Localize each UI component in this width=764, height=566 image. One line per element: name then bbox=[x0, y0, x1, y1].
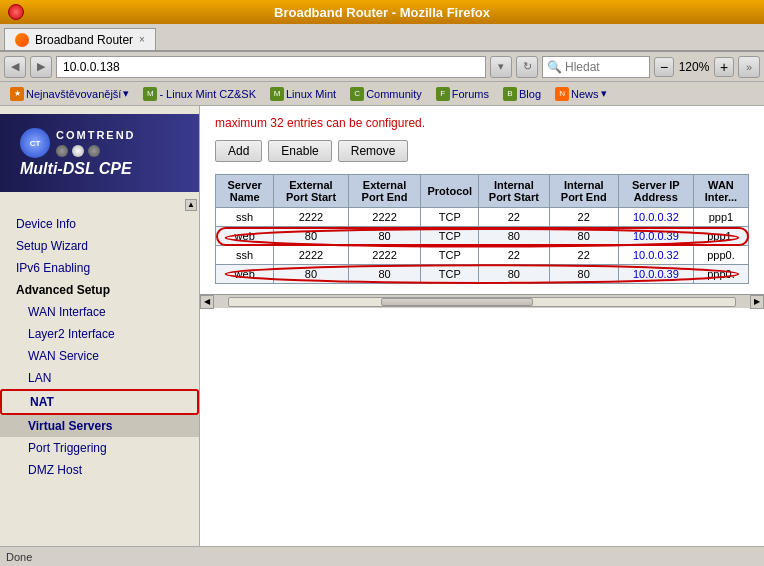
router-banner: CT COMTREND Multi-DSL C bbox=[0, 114, 199, 192]
sidebar-item-port-triggering[interactable]: Port Triggering bbox=[0, 437, 199, 459]
bookmark-forums[interactable]: F Forums bbox=[430, 85, 495, 103]
address-input[interactable] bbox=[56, 56, 486, 78]
back-button[interactable]: ◀ bbox=[4, 56, 26, 78]
comtrend-logo: CT bbox=[20, 128, 50, 158]
circle-1 bbox=[56, 145, 68, 157]
sidebar-item-ipv6[interactable]: IPv6 Enabling bbox=[0, 257, 199, 279]
addressbar: ◀ ▶ ▾ ↻ 🔍 − 120% + » bbox=[0, 52, 764, 82]
cell-protocol: TCP bbox=[421, 246, 479, 265]
sidebar-item-wan-service[interactable]: WAN Service bbox=[0, 345, 199, 367]
cell-int-end: 80 bbox=[549, 265, 618, 284]
cell-protocol: TCP bbox=[421, 208, 479, 227]
search-box: 🔍 bbox=[542, 56, 650, 78]
cell-ext-start: 2222 bbox=[274, 246, 348, 265]
product-name: Multi-DSL CPE bbox=[20, 160, 136, 178]
sidebar-item-advanced-setup: Advanced Setup bbox=[0, 279, 199, 301]
col-header-ext-start: External Port Start bbox=[274, 175, 348, 208]
cell-name: web bbox=[216, 265, 274, 284]
sidebar-item-setup-wizard[interactable]: Setup Wizard bbox=[0, 235, 199, 257]
content-inner: maximum 32 entries can be configured. Ad… bbox=[200, 106, 764, 294]
sidebar-wrapper: CT COMTREND Multi-DSL C bbox=[0, 106, 200, 546]
bookmark-news[interactable]: N News▾ bbox=[549, 85, 613, 103]
zoom-level: 120% bbox=[678, 60, 710, 74]
col-header-wan: WAN Inter... bbox=[693, 175, 748, 208]
circle-3 bbox=[88, 145, 100, 157]
table-row: ssh 2222 2222 TCP 22 22 10.0.0.32 ppp1 bbox=[216, 208, 749, 227]
sidebar: CT COMTREND Multi-DSL C bbox=[0, 106, 200, 546]
banner-circles bbox=[56, 145, 136, 157]
action-buttons: Add Enable Remove bbox=[215, 140, 749, 162]
browser-tab[interactable]: Broadband Router × bbox=[4, 28, 156, 50]
bookmark-linux-mint[interactable]: M Linux Mint bbox=[264, 85, 342, 103]
status-text: Done bbox=[6, 551, 32, 563]
add-button[interactable]: Add bbox=[215, 140, 262, 162]
cell-int-end: 22 bbox=[549, 246, 618, 265]
virtual-servers-table: Server Name External Port Start External… bbox=[215, 174, 749, 284]
statusbar: Done bbox=[0, 546, 764, 566]
cell-wan: ppp0. bbox=[693, 246, 748, 265]
cell-name: web bbox=[216, 227, 274, 246]
sidebar-item-device-info[interactable]: Device Info bbox=[0, 213, 199, 235]
forward-button[interactable]: ▶ bbox=[30, 56, 52, 78]
sidebar-item-layer2[interactable]: Layer2 Interface bbox=[0, 323, 199, 345]
cell-ext-end: 2222 bbox=[348, 246, 421, 265]
sidebar-item-nat[interactable]: NAT bbox=[0, 389, 199, 415]
bookmark-icon-1: M bbox=[143, 87, 157, 101]
page-body: CT COMTREND Multi-DSL C bbox=[0, 106, 764, 546]
dropdown-button[interactable]: ▾ bbox=[490, 56, 512, 78]
more-button[interactable]: » bbox=[738, 56, 760, 78]
zoom-increase-button[interactable]: + bbox=[714, 57, 734, 77]
table-row: web 80 80 TCP 80 80 10.0.0.39 ppp0. bbox=[216, 265, 749, 284]
enable-button[interactable]: Enable bbox=[268, 140, 331, 162]
cell-wan: ppp1 bbox=[693, 208, 748, 227]
hscroll-thumb[interactable] bbox=[381, 298, 533, 306]
sidebar-item-virtual-servers[interactable]: Virtual Servers bbox=[0, 415, 199, 437]
cell-ext-start: 2222 bbox=[274, 208, 348, 227]
col-header-int-end: Internal Port End bbox=[549, 175, 618, 208]
bookmark-icon-6: N bbox=[555, 87, 569, 101]
cell-ip[interactable]: 10.0.0.32 bbox=[618, 246, 693, 265]
cell-ip[interactable]: 10.0.0.32 bbox=[618, 208, 693, 227]
refresh-button[interactable]: ↻ bbox=[516, 56, 538, 78]
cell-protocol: TCP bbox=[421, 265, 479, 284]
cell-ext-end: 80 bbox=[348, 227, 421, 246]
col-header-server-ip: Server IP Address bbox=[618, 175, 693, 208]
cell-int-end: 22 bbox=[549, 208, 618, 227]
cell-ip[interactable]: 10.0.0.39 bbox=[618, 265, 693, 284]
sidebar-scroll-indicator[interactable]: ▲ bbox=[0, 196, 199, 211]
cell-name: ssh bbox=[216, 246, 274, 265]
cell-ip[interactable]: 10.0.0.39 bbox=[618, 227, 693, 246]
bookmark-community[interactable]: C Community bbox=[344, 85, 428, 103]
hscroll-track[interactable] bbox=[228, 297, 736, 307]
titlebar: Broadband Router - Mozilla Firefox bbox=[0, 0, 764, 24]
cell-ext-start: 80 bbox=[274, 227, 348, 246]
col-header-int-start: Internal Port Start bbox=[479, 175, 550, 208]
cell-wan: ppp1. bbox=[693, 227, 748, 246]
scroll-left-button[interactable]: ◀ bbox=[200, 295, 214, 309]
remove-button[interactable]: Remove bbox=[338, 140, 409, 162]
horizontal-scrollbar[interactable]: ◀ ▶ bbox=[200, 294, 764, 308]
cell-ext-end: 80 bbox=[348, 265, 421, 284]
bookmark-nejnavstevovanejsi[interactable]: ★ Nejnavštěvovanější▾ bbox=[4, 85, 135, 103]
bookmark-linux-mint-czsk[interactable]: M - Linux Mint CZ&SK bbox=[137, 85, 262, 103]
sidebar-item-dmz-host[interactable]: DMZ Host bbox=[0, 459, 199, 481]
tab-close-button[interactable]: × bbox=[139, 34, 145, 45]
bookmarks-bar: ★ Nejnavštěvovanější▾ M - Linux Mint CZ&… bbox=[0, 82, 764, 106]
search-input[interactable] bbox=[565, 60, 645, 74]
scroll-right-button[interactable]: ▶ bbox=[750, 295, 764, 309]
col-header-ext-end: External Port End bbox=[348, 175, 421, 208]
close-button[interactable] bbox=[8, 4, 24, 20]
tab-label: Broadband Router bbox=[35, 33, 133, 47]
sidebar-item-lan[interactable]: LAN bbox=[0, 367, 199, 389]
bookmark-icon-0: ★ bbox=[10, 87, 24, 101]
sidebar-item-wan-interface[interactable]: WAN Interface bbox=[0, 301, 199, 323]
cell-ext-end: 2222 bbox=[348, 208, 421, 227]
brand-name: COMTREND bbox=[56, 129, 136, 141]
table-row: web 80 80 TCP 80 80 10.0.0.39 ppp1. bbox=[216, 227, 749, 246]
bookmark-icon-3: C bbox=[350, 87, 364, 101]
search-icon: 🔍 bbox=[547, 60, 562, 74]
table-row: ssh 2222 2222 TCP 22 22 10.0.0.32 ppp0. bbox=[216, 246, 749, 265]
bookmark-blog[interactable]: B Blog bbox=[497, 85, 547, 103]
zoom-decrease-button[interactable]: − bbox=[654, 57, 674, 77]
cell-wan: ppp0. bbox=[693, 265, 748, 284]
